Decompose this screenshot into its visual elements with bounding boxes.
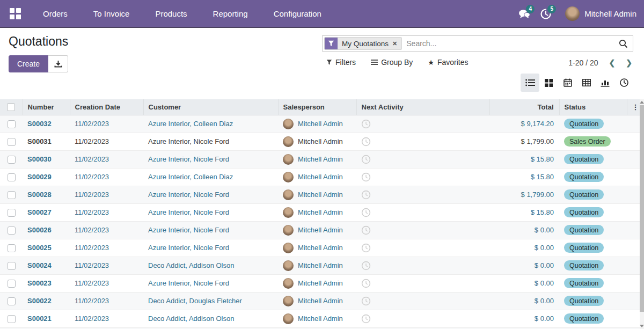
row-customer: Deco Addict, Addison Olson <box>148 261 234 269</box>
row-checkbox[interactable] <box>8 120 16 128</box>
pager-next-icon[interactable]: ❯ <box>626 59 632 67</box>
table-row[interactable]: S00028 11/02/2023 Azure Interior, Nicole… <box>0 186 640 203</box>
table-row[interactable]: S00025 11/02/2023 Azure Interior, Nicole… <box>0 239 640 257</box>
row-checkbox[interactable] <box>8 173 16 181</box>
schedule-activity-clock-icon[interactable] <box>361 314 371 324</box>
schedule-activity-clock-icon[interactable] <box>361 243 371 253</box>
row-checkbox[interactable] <box>8 315 16 323</box>
table-row[interactable]: S00023 11/02/2023 Azure Interior, Nicole… <box>0 274 640 292</box>
messages-button[interactable]: 4 <box>514 0 535 28</box>
column-header-customer[interactable]: Customer <box>143 99 278 115</box>
view-kanban-button[interactable] <box>539 74 558 92</box>
row-checkbox[interactable] <box>8 226 16 235</box>
control-panel: Quotations Create My Quotations ✕ <box>0 28 644 99</box>
table-row[interactable]: S00027 11/02/2023 Azure Interior, Nicole… <box>0 203 640 221</box>
status-badge: Quotation <box>564 189 604 200</box>
row-total: $ 0.00 <box>535 297 554 305</box>
row-total: $ 0.00 <box>535 226 554 234</box>
row-customer: Azure Interior, Nicole Ford <box>148 208 229 216</box>
row-checkbox[interactable] <box>8 262 16 270</box>
nav-menu-orders[interactable]: Orders <box>30 0 80 27</box>
view-activity-button[interactable] <box>614 74 633 92</box>
column-header-next-activity[interactable]: Next Activity <box>356 99 489 115</box>
filters-button[interactable]: Filters <box>326 58 356 67</box>
view-graph-button[interactable] <box>596 74 614 92</box>
table-row[interactable]: S00030 11/02/2023 Azure Interior, Nicole… <box>0 150 640 168</box>
table-row[interactable]: S00026 11/02/2023 Azure Interior, Nicole… <box>0 221 640 239</box>
schedule-activity-clock-icon[interactable] <box>361 119 371 129</box>
row-creation-date: 11/02/2023 <box>75 191 109 199</box>
nav-menu-to-invoice[interactable]: To Invoice <box>80 0 143 27</box>
create-button[interactable]: Create <box>9 55 48 72</box>
table-row[interactable]: S00021 11/02/2023 Deco Addict, Addison O… <box>0 310 640 327</box>
row-creation-date: 11/02/2023 <box>75 120 109 128</box>
nav-menu-configuration[interactable]: Configuration <box>261 0 334 27</box>
status-badge: Quotation <box>564 225 604 235</box>
schedule-activity-clock-icon[interactable] <box>361 172 371 182</box>
table-row[interactable]: S00032 11/02/2023 Azure Interior, Collee… <box>0 115 640 133</box>
row-number: S00023 <box>27 279 52 287</box>
schedule-activity-clock-icon[interactable] <box>361 190 371 200</box>
pager: 1-20 / 20 ❮ ❯ <box>568 59 632 67</box>
status-badge: Quotation <box>564 278 604 288</box>
row-total: $ 1,799.00 <box>521 137 554 145</box>
row-customer: Azure Interior, Nicole Ford <box>148 191 229 199</box>
schedule-activity-clock-icon[interactable] <box>361 296 371 306</box>
apps-menu-icon[interactable] <box>0 0 30 27</box>
scrollbar-thumb[interactable] <box>640 105 644 312</box>
schedule-activity-clock-icon[interactable] <box>361 261 371 270</box>
column-header-total[interactable]: Total <box>489 99 559 115</box>
user-menu[interactable]: Mitchell Admin <box>565 6 636 21</box>
schedule-activity-clock-icon[interactable] <box>361 208 371 217</box>
nav-menus: OrdersTo InvoiceProductsReportingConfigu… <box>30 0 334 27</box>
activities-button[interactable]: 5 <box>535 0 557 28</box>
row-checkbox[interactable] <box>8 244 16 252</box>
status-badge: Quotation <box>564 296 604 306</box>
row-salesperson: Mitchell Admin <box>298 261 343 269</box>
schedule-activity-clock-icon[interactable] <box>361 279 371 288</box>
row-customer: Azure Interior, Nicole Ford <box>148 137 229 145</box>
search-icon[interactable] <box>619 39 628 48</box>
row-customer: Azure Interior, Nicole Ford <box>148 226 229 234</box>
scroll-up-icon[interactable] <box>640 101 644 104</box>
column-header-creation-date[interactable]: Creation Date <box>70 99 143 115</box>
row-checkbox[interactable] <box>8 156 16 164</box>
activity-view-icon <box>620 78 628 87</box>
column-header-number[interactable]: Number <box>23 99 70 115</box>
table-row[interactable]: S00024 11/02/2023 Deco Addict, Addison O… <box>0 257 640 274</box>
table-row[interactable]: S00029 11/02/2023 Azure Interior, Collee… <box>0 168 640 186</box>
row-checkbox[interactable] <box>8 280 16 288</box>
vertical-scrollbar[interactable] <box>640 99 644 329</box>
row-checkbox[interactable] <box>8 297 16 305</box>
search-input[interactable] <box>402 39 619 48</box>
schedule-activity-clock-icon[interactable] <box>361 225 371 235</box>
row-checkbox[interactable] <box>8 209 16 217</box>
facet-close-icon[interactable]: ✕ <box>392 40 397 47</box>
view-list-button[interactable] <box>521 74 539 92</box>
row-checkbox[interactable] <box>8 191 16 199</box>
search-facet[interactable]: My Quotations ✕ <box>324 37 402 50</box>
row-number: S00031 <box>27 137 52 145</box>
nav-menu-products[interactable]: Products <box>142 0 200 27</box>
kanban-view-icon <box>545 79 553 87</box>
row-checkbox[interactable] <box>8 138 16 146</box>
group-by-button[interactable]: Group By <box>371 58 413 67</box>
nav-menu-reporting[interactable]: Reporting <box>200 0 261 27</box>
column-header-salesperson[interactable]: Salesperson <box>278 99 356 115</box>
view-pivot-button[interactable] <box>577 74 596 92</box>
scroll-down-icon[interactable] <box>640 325 644 327</box>
column-header-status[interactable]: Status <box>559 99 627 115</box>
select-all-checkbox[interactable] <box>7 103 15 111</box>
pager-previous-icon[interactable]: ❮ <box>609 59 616 67</box>
schedule-activity-clock-icon[interactable] <box>361 137 371 147</box>
view-calendar-button[interactable] <box>558 74 577 92</box>
schedule-activity-clock-icon[interactable] <box>361 155 371 164</box>
status-badge: Quotation <box>564 207 604 217</box>
table-row[interactable]: S00031 11/02/2023 Azure Interior, Nicole… <box>0 133 640 150</box>
table-row[interactable]: S00022 11/02/2023 Deco Addict, Douglas F… <box>0 292 640 310</box>
calendar-view-icon <box>564 78 572 87</box>
salesperson-avatar <box>283 278 294 289</box>
export-button[interactable] <box>48 55 68 72</box>
favorites-button[interactable]: ★ Favorites <box>428 58 468 67</box>
optional-columns-icon[interactable]: ⋮ <box>632 103 639 111</box>
